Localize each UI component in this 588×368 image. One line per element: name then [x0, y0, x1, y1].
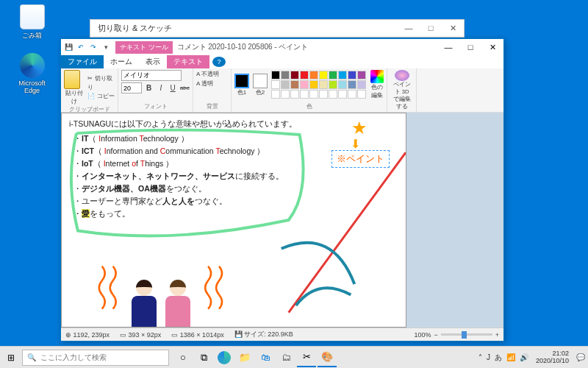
- color2-swatch[interactable]: [253, 74, 268, 88]
- cut-button[interactable]: ✂ 切り取り: [87, 74, 115, 92]
- palette-swatch[interactable]: [338, 80, 347, 89]
- qat-save-icon[interactable]: 💾: [63, 42, 74, 52]
- tb-edge-icon[interactable]: [218, 351, 231, 364]
- color1-label: 色1: [234, 88, 249, 96]
- taskbar-search[interactable]: 🔍 ここに入力して検索: [22, 350, 169, 366]
- palette-swatch[interactable]: [329, 80, 337, 89]
- tray-ime-hiragana[interactable]: あ: [495, 353, 502, 363]
- qat-undo-icon[interactable]: ↶: [76, 42, 86, 52]
- paint-titlebar[interactable]: 💾 ↶ ↷ ▾ テキスト ツール コメント 2020-10-10 205806 …: [61, 39, 503, 55]
- contextual-tab-label: テキスト ツール: [115, 41, 173, 54]
- paint-canvas[interactable]: i-TSUNAGUには以下のような意味や想いが込められています。 IT（ Inf…: [61, 113, 406, 328]
- snip-min[interactable]: —: [398, 24, 420, 33]
- paste-icon[interactable]: [64, 70, 80, 89]
- palette-swatch[interactable]: [300, 90, 309, 99]
- italic-button[interactable]: I: [156, 83, 165, 93]
- desktop-edge[interactable]: Microsoft Edge: [12, 53, 52, 94]
- paint3d-label-1: ペイント 3D: [390, 81, 413, 96]
- tray-volume-icon[interactable]: 🔊: [520, 353, 528, 361]
- paint3d-label-2: で編集する: [390, 96, 413, 110]
- tb-store-icon[interactable]: 🛍: [256, 348, 275, 367]
- tb-snip-icon[interactable]: ✂: [297, 348, 316, 367]
- underline-button[interactable]: U: [168, 83, 178, 93]
- palette-swatch[interactable]: [309, 90, 318, 99]
- zoom-in-button[interactable]: +: [495, 331, 499, 339]
- tab-file[interactable]: ファイル: [61, 55, 104, 68]
- palette-swatch[interactable]: [338, 71, 347, 79]
- tab-home[interactable]: ホーム: [104, 55, 139, 68]
- tab-view[interactable]: 表示: [139, 55, 167, 68]
- palette-swatch[interactable]: [329, 71, 337, 79]
- tab-text[interactable]: テキスト: [167, 55, 209, 68]
- font-size-select[interactable]: [121, 82, 142, 93]
- paint3d-icon[interactable]: [395, 70, 409, 81]
- snip-title: 切り取り & スケッチ: [98, 23, 172, 34]
- palette-swatch[interactable]: [309, 80, 318, 89]
- zoom-out-button[interactable]: −: [434, 331, 437, 339]
- zoom-slider[interactable]: [441, 333, 492, 336]
- edit-colors-icon[interactable]: [370, 70, 384, 83]
- palette-swatch[interactable]: [348, 80, 356, 89]
- color1-swatch[interactable]: [234, 74, 249, 88]
- qat-redo-icon[interactable]: ↷: [88, 42, 98, 52]
- tray-ime-mode[interactable]: J: [487, 353, 490, 361]
- palette-swatch[interactable]: [290, 71, 299, 79]
- window-close[interactable]: ✕: [481, 39, 503, 55]
- palette-swatch[interactable]: [357, 71, 366, 79]
- paste-button[interactable]: 貼り付け: [64, 89, 85, 105]
- font-name-select[interactable]: [121, 70, 182, 81]
- palette-swatch[interactable]: [271, 90, 280, 99]
- start-button[interactable]: ⊞: [0, 353, 22, 363]
- palette-swatch[interactable]: [300, 80, 309, 89]
- qat-more-icon[interactable]: ▾: [101, 42, 111, 52]
- palette-swatch[interactable]: [290, 90, 299, 99]
- palette-swatch[interactable]: [271, 71, 280, 79]
- color2-label: 色2: [253, 88, 268, 96]
- color-palette[interactable]: [271, 71, 366, 99]
- palette-swatch[interactable]: [348, 90, 356, 99]
- palette-swatch[interactable]: [281, 71, 290, 79]
- snip-close[interactable]: ✕: [442, 24, 464, 33]
- window-minimize[interactable]: —: [437, 39, 459, 55]
- palette-swatch[interactable]: [309, 71, 318, 79]
- desktop-recycle-bin[interactable]: ごみ箱: [12, 4, 52, 40]
- palette-swatch[interactable]: [329, 90, 337, 99]
- help-button[interactable]: ?: [212, 57, 226, 67]
- palette-swatch[interactable]: [281, 90, 290, 99]
- taskbar-clock[interactable]: 21:022020/10/10: [533, 350, 572, 364]
- tray-network-icon[interactable]: 📶: [506, 353, 515, 361]
- palette-swatch[interactable]: [357, 90, 366, 99]
- palette-swatch[interactable]: [319, 90, 328, 99]
- window-maximize[interactable]: □: [459, 39, 481, 55]
- palette-swatch[interactable]: [357, 80, 366, 89]
- bold-button[interactable]: B: [144, 83, 154, 93]
- palette-swatch[interactable]: [348, 71, 356, 79]
- palette-swatch[interactable]: [281, 80, 290, 89]
- tray-overflow-icon[interactable]: ˄: [478, 353, 482, 361]
- opaque-button[interactable]: A 不透明: [196, 70, 228, 79]
- snip-sketch-window[interactable]: 切り取り & スケッチ — □ ✕: [90, 19, 465, 38]
- palette-swatch[interactable]: [319, 80, 328, 89]
- status-file-size: 💾 サイズ: 220.9KB: [234, 330, 293, 339]
- paint-window: 💾 ↶ ↷ ▾ テキスト ツール コメント 2020-10-10 205806 …: [60, 38, 504, 342]
- action-center-icon[interactable]: 💬: [576, 353, 585, 361]
- tb-app1-icon[interactable]: 🗂: [276, 348, 295, 367]
- strike-button[interactable]: abc: [180, 83, 190, 93]
- status-bar: ⊕ 1192, 239px ▭ 393 × 92px ▭ 1386 × 1014…: [61, 328, 503, 341]
- tb-paint-icon[interactable]: 🎨: [318, 348, 337, 367]
- tb-explorer-icon[interactable]: 📁: [235, 348, 254, 367]
- transparent-button[interactable]: A 透明: [196, 79, 228, 89]
- canvas-workspace: i-TSUNAGUには以下のような意味や想いが込められています。 IT（ Inf…: [61, 113, 503, 328]
- palette-swatch[interactable]: [300, 71, 309, 79]
- snip-max[interactable]: □: [420, 24, 442, 33]
- status-cursor-pos: ⊕ 1192, 239px: [65, 331, 110, 339]
- cortana-icon[interactable]: ○: [173, 348, 193, 367]
- copy-button[interactable]: 📄 コピー: [87, 92, 115, 101]
- palette-swatch[interactable]: [338, 90, 347, 99]
- palette-swatch[interactable]: [271, 80, 280, 89]
- palette-swatch[interactable]: [319, 71, 328, 79]
- search-icon: 🔍: [27, 353, 36, 361]
- taskview-icon[interactable]: ⧉: [194, 348, 213, 367]
- ribbon: 貼り付け ✂ 切り取り 📄 コピー クリップボード B I U abc フォント: [61, 68, 503, 113]
- palette-swatch[interactable]: [290, 80, 299, 89]
